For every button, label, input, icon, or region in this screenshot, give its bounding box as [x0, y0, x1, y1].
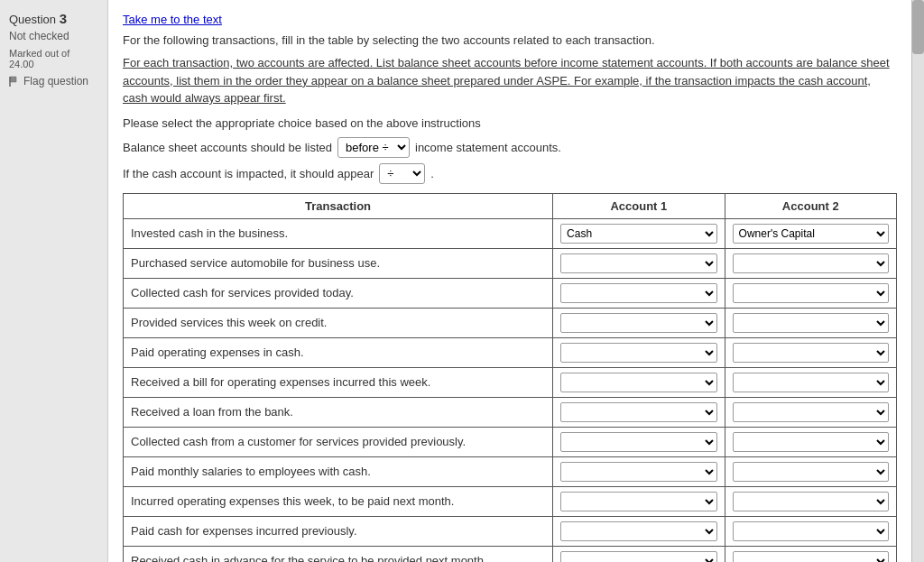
account1-select-row-6[interactable]: CashOwner's CapitalAccounts ReceivableAc… [560, 402, 716, 422]
main-content: Take me to the text For the following tr… [108, 0, 911, 562]
account1-cell: CashOwner's CapitalAccounts ReceivableAc… [553, 516, 725, 546]
table-row: Purchased service automobile for busines… [124, 248, 897, 278]
flag-question-button[interactable]: Flag question [9, 75, 98, 88]
account2-cell: CashOwner's CapitalAccounts ReceivableAc… [725, 486, 896, 516]
transaction-description: Paid cash for expenses incurred previous… [124, 516, 553, 546]
account2-select-row-9[interactable]: CashOwner's CapitalAccounts ReceivableAc… [733, 492, 889, 511]
table-row: Collected cash from a customer for servi… [124, 427, 897, 456]
cash-label-before: If the cash account is impacted, it shou… [123, 167, 374, 180]
account1-select-row-9[interactable]: CashOwner's CapitalAccounts ReceivableAc… [560, 492, 716, 511]
account2-select-row-0[interactable]: CashOwner's CapitalAccounts ReceivableAc… [733, 224, 889, 244]
account1-select-row-10[interactable]: CashOwner's CapitalAccounts ReceivableAc… [560, 521, 716, 541]
account1-select-row-0[interactable]: CashOwner's CapitalAccounts ReceivableAc… [560, 224, 716, 244]
transactions-table: Transaction Account 1 Account 2 Invested… [123, 193, 897, 563]
account2-cell: CashOwner's CapitalAccounts ReceivableAc… [725, 427, 896, 456]
instruction-2: For each transaction, two accounts are a… [123, 54, 897, 107]
account1-select-row-11[interactable]: CashOwner's CapitalAccounts ReceivableAc… [560, 551, 716, 563]
transaction-description: Incurred operating expenses this week, t… [124, 486, 553, 516]
account1-cell: CashOwner's CapitalAccounts ReceivableAc… [553, 546, 725, 562]
balance-label-before: Balance sheet accounts should be listed [123, 141, 332, 154]
account1-cell: CashOwner's CapitalAccounts ReceivableAc… [553, 337, 725, 367]
account2-cell: CashOwner's CapitalAccounts ReceivableAc… [725, 456, 896, 486]
flag-icon [9, 76, 20, 87]
not-checked-status: Not checked [9, 30, 98, 42]
transaction-description: Provided services this week on credit. [124, 308, 553, 337]
account1-cell: CashOwner's CapitalAccounts ReceivableAc… [553, 308, 725, 337]
account2-select-row-1[interactable]: CashOwner's CapitalAccounts ReceivableAc… [733, 253, 889, 273]
marked-out-label: Marked out of 24.00 [9, 48, 98, 69]
transaction-description: Received a bill for operating expenses i… [124, 367, 553, 397]
account2-select-row-5[interactable]: CashOwner's CapitalAccounts ReceivableAc… [733, 373, 889, 392]
flag-label: Flag question [23, 75, 88, 88]
account1-select-row-1[interactable]: CashOwner's CapitalAccounts ReceivableAc… [560, 253, 716, 273]
account1-select-row-2[interactable]: CashOwner's CapitalAccounts ReceivableAc… [560, 283, 716, 303]
transaction-description: Paid monthly salaries to employees with … [124, 456, 553, 486]
transaction-description: Paid operating expenses in cash. [124, 337, 553, 367]
transaction-description: Collected cash for services provided tod… [124, 278, 553, 308]
table-row: Invested cash in the business.CashOwner'… [124, 218, 897, 248]
instruction-1: For the following transactions, fill in … [123, 33, 897, 47]
account2-cell: CashOwner's CapitalAccounts ReceivableAc… [725, 516, 896, 546]
table-row: Provided services this week on credit.Ca… [124, 308, 897, 337]
account2-cell: CashOwner's CapitalAccounts ReceivableAc… [725, 308, 896, 337]
account2-select-row-6[interactable]: CashOwner's CapitalAccounts ReceivableAc… [733, 402, 889, 422]
account1-select-row-8[interactable]: CashOwner's CapitalAccounts ReceivableAc… [560, 462, 716, 482]
account2-select-row-10[interactable]: CashOwner's CapitalAccounts ReceivableAc… [733, 521, 889, 541]
account1-cell: CashOwner's CapitalAccounts ReceivableAc… [553, 248, 725, 278]
account1-cell: CashOwner's CapitalAccounts ReceivableAc… [553, 456, 725, 486]
table-row: Received cash in advance for the service… [124, 546, 897, 562]
account2-select-row-7[interactable]: CashOwner's CapitalAccounts ReceivableAc… [733, 432, 889, 452]
transaction-description: Invested cash in the business. [124, 218, 553, 248]
col-header-account2: Account 2 [725, 193, 896, 218]
transaction-description: Collected cash from a customer for servi… [124, 427, 553, 456]
balance-sheet-row: Balance sheet accounts should be listed … [123, 137, 897, 158]
col-header-account1: Account 1 [553, 193, 725, 218]
account2-select-row-11[interactable]: CashOwner's CapitalAccounts ReceivableAc… [733, 551, 889, 563]
account2-cell: CashOwner's CapitalAccounts ReceivableAc… [725, 367, 896, 397]
table-row: Received a loan from the bank.CashOwner'… [124, 397, 897, 427]
account2-cell: CashOwner's CapitalAccounts ReceivableAc… [725, 248, 896, 278]
account1-cell: CashOwner's CapitalAccounts ReceivableAc… [553, 367, 725, 397]
table-row: Paid operating expenses in cash.CashOwne… [124, 337, 897, 367]
account2-select-row-8[interactable]: CashOwner's CapitalAccounts ReceivableAc… [733, 462, 889, 482]
account1-cell: CashOwner's CapitalAccounts ReceivableAc… [553, 218, 725, 248]
balance-sheet-select[interactable]: before ÷ after [337, 137, 410, 158]
account1-select-row-7[interactable]: CashOwner's CapitalAccounts ReceivableAc… [560, 432, 716, 452]
sidebar: Question 3 Not checked Marked out of 24.… [0, 0, 108, 562]
balance-label-after: income statement accounts. [415, 141, 561, 154]
account2-select-row-2[interactable]: CashOwner's CapitalAccounts ReceivableAc… [733, 283, 889, 303]
account2-cell: CashOwner's CapitalAccounts ReceivableAc… [725, 546, 896, 562]
account1-select-row-3[interactable]: CashOwner's CapitalAccounts ReceivableAc… [560, 313, 716, 333]
scrollbar-thumb[interactable] [912, 0, 924, 54]
account2-cell: CashOwner's CapitalAccounts ReceivableAc… [725, 397, 896, 427]
transaction-description: Received a loan from the bank. [124, 397, 553, 427]
table-row: Collected cash for services provided tod… [124, 278, 897, 308]
table-row: Paid cash for expenses incurred previous… [124, 516, 897, 546]
account2-cell: CashOwner's CapitalAccounts ReceivableAc… [725, 278, 896, 308]
account1-cell: CashOwner's CapitalAccounts ReceivableAc… [553, 486, 725, 516]
table-row: Received a bill for operating expenses i… [124, 367, 897, 397]
account2-cell: CashOwner's CapitalAccounts ReceivableAc… [725, 337, 896, 367]
cash-position-select[interactable]: ÷ first last [379, 163, 425, 184]
cash-account-row: If the cash account is impacted, it shou… [123, 163, 897, 184]
col-header-transaction: Transaction [124, 193, 553, 218]
table-row: Paid monthly salaries to employees with … [124, 456, 897, 486]
account1-cell: CashOwner's CapitalAccounts ReceivableAc… [553, 427, 725, 456]
account1-select-row-5[interactable]: CashOwner's CapitalAccounts ReceivableAc… [560, 373, 716, 392]
transaction-description: Purchased service automobile for busines… [124, 248, 553, 278]
cash-label-after: . [430, 167, 434, 180]
table-row: Incurred operating expenses this week, t… [124, 486, 897, 516]
question-number: 3 [60, 11, 67, 26]
question-label: Question 3 [9, 11, 98, 26]
account1-cell: CashOwner's CapitalAccounts ReceivableAc… [553, 397, 725, 427]
take-me-to-text-link[interactable]: Take me to the text [123, 13, 897, 26]
scrollbar[interactable] [911, 0, 924, 562]
please-select-text: Please select the appropriate choice bas… [123, 116, 897, 130]
transaction-description: Received cash in advance for the service… [124, 546, 553, 562]
account2-select-row-4[interactable]: CashOwner's CapitalAccounts ReceivableAc… [733, 343, 889, 363]
account2-cell: CashOwner's CapitalAccounts ReceivableAc… [725, 218, 896, 248]
svg-marker-0 [10, 77, 16, 82]
account1-cell: CashOwner's CapitalAccounts ReceivableAc… [553, 278, 725, 308]
account1-select-row-4[interactable]: CashOwner's CapitalAccounts ReceivableAc… [560, 343, 716, 363]
account2-select-row-3[interactable]: CashOwner's CapitalAccounts ReceivableAc… [733, 313, 889, 333]
